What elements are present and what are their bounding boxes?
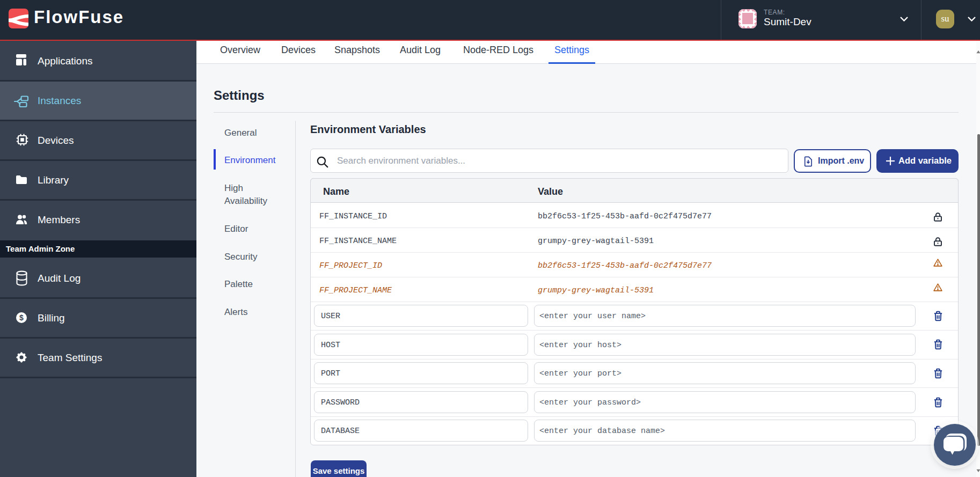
svg-text:$: $ (19, 313, 24, 322)
